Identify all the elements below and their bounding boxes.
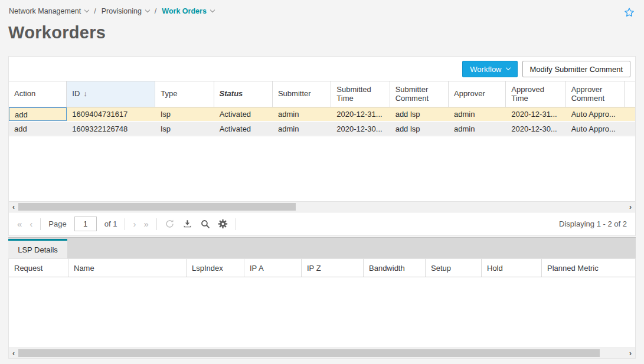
scroll-left-icon[interactable]: ‹: [9, 348, 18, 358]
column-header-request[interactable]: Request: [9, 259, 68, 277]
breadcrumb-separator: /: [94, 7, 96, 15]
workorders-page: { "breadcrumb": { "separator": "/", "ite…: [0, 0, 644, 364]
cell-submitted-time[interactable]: 2020-12-31...: [331, 107, 390, 121]
toolbar-separator: [125, 218, 125, 230]
cell-filler: [625, 122, 635, 136]
settings-gear-icon[interactable]: [218, 219, 228, 229]
column-header-planned-metric[interactable]: Planned Metric: [542, 259, 635, 277]
page-of-label: of 1: [104, 219, 117, 228]
prev-page-icon[interactable]: ‹: [30, 219, 32, 228]
column-header-setup[interactable]: Setup: [426, 259, 482, 277]
chevron-down-icon: [84, 8, 89, 12]
column-header-filler: [625, 81, 635, 107]
workorders-horizontal-scrollbar[interactable]: ‹ ›: [9, 201, 635, 212]
column-header-ip-a[interactable]: IP A: [244, 259, 302, 277]
page-label: Page: [48, 219, 66, 228]
cell-approver-comment[interactable]: Auto Appro...: [566, 122, 625, 136]
toolbar-separator: [236, 218, 236, 230]
cell-approver[interactable]: admin: [449, 122, 506, 136]
cell-status[interactable]: Activated: [214, 107, 273, 121]
cell-action[interactable]: add: [9, 107, 67, 121]
column-header-submitter-comment[interactable]: Submitter Comment: [390, 81, 449, 107]
refresh-icon[interactable]: [165, 219, 175, 229]
chevron-down-icon: [505, 65, 510, 70]
breadcrumb-separator: /: [155, 7, 156, 15]
workorders-table-header: Action ID ↓ Type Status Submitter Submit…: [9, 81, 635, 107]
cell-approver-comment[interactable]: Auto Appro...: [566, 107, 625, 121]
breadcrumb-provisioning[interactable]: Provisioning: [102, 7, 149, 15]
lsp-details-empty-area: [9, 277, 635, 347]
workflow-button[interactable]: Workflow: [462, 61, 517, 77]
table-row[interactable]: add 1609322126748 lsp Activated admin 20…: [9, 122, 635, 137]
cell-approved-time[interactable]: 2020-12-31...: [506, 107, 565, 121]
toolbar-separator: [40, 218, 41, 230]
column-header-status[interactable]: Status: [214, 81, 273, 107]
cell-type[interactable]: lsp: [155, 107, 214, 121]
toolbar-separator: [156, 218, 157, 230]
chevron-down-icon: [210, 8, 215, 12]
page-title: Workorders: [8, 23, 106, 42]
column-header-name[interactable]: Name: [68, 259, 187, 277]
displaying-status: Displaying 1 - 2 of 2: [559, 219, 627, 228]
search-icon[interactable]: [200, 219, 210, 229]
export-download-icon[interactable]: [182, 219, 192, 229]
column-header-hold[interactable]: Hold: [482, 259, 542, 277]
column-header-approver[interactable]: Approver: [449, 81, 506, 107]
tab-lsp-details[interactable]: LSP Details: [8, 239, 67, 258]
cell-id[interactable]: 1609404731617: [67, 107, 155, 121]
cell-approver[interactable]: admin: [449, 107, 506, 121]
table-empty-area: [9, 137, 635, 201]
modify-submitter-comment-button[interactable]: Modify Submitter Comment: [522, 61, 631, 77]
column-header-bandwidth[interactable]: Bandwidth: [364, 259, 426, 277]
scroll-right-icon[interactable]: ›: [626, 202, 635, 212]
column-header-ip-z[interactable]: IP Z: [302, 259, 364, 277]
first-page-icon[interactable]: «: [17, 219, 22, 228]
cell-approved-time[interactable]: 2020-12-30...: [506, 122, 565, 136]
column-header-lspindex[interactable]: LspIndex: [187, 259, 244, 277]
column-header-submitter[interactable]: Submitter: [273, 81, 331, 107]
chevron-down-icon: [145, 8, 150, 12]
column-header-id[interactable]: ID ↓: [67, 81, 155, 107]
action-toolbar: Workflow Modify Submitter Comment: [9, 57, 635, 81]
cell-submitter-comment[interactable]: add lsp: [390, 122, 449, 136]
breadcrumb-label: Provisioning: [102, 7, 142, 15]
cell-submitted-time[interactable]: 2020-12-30...: [331, 122, 390, 136]
column-header-action[interactable]: Action: [9, 81, 67, 107]
scrollbar-thumb[interactable]: [18, 349, 600, 357]
column-header-submitted-time[interactable]: Submitted Time: [331, 81, 390, 107]
lsp-details-table-header: Request Name LspIndex IP A IP Z Bandwidt…: [9, 259, 635, 277]
cell-submitter[interactable]: admin: [273, 122, 331, 136]
pagination-toolbar: « ‹ Page of 1 › »: [9, 212, 635, 235]
cell-action[interactable]: add: [9, 122, 67, 136]
lsp-details-horizontal-scrollbar[interactable]: ‹ ›: [9, 347, 635, 358]
cell-status[interactable]: Activated: [214, 122, 273, 136]
cell-filler: [625, 107, 635, 121]
table-row[interactable]: add 1609404731617 lsp Activated admin 20…: [9, 107, 635, 122]
lsp-details-panel: Request Name LspIndex IP A IP Z Bandwidt…: [8, 258, 636, 359]
scrollbar-thumb[interactable]: [18, 203, 296, 211]
sort-descending-icon: ↓: [83, 90, 87, 99]
column-header-label: ID: [72, 90, 80, 99]
page-number-input[interactable]: [74, 217, 97, 231]
cell-submitter[interactable]: admin: [273, 107, 331, 121]
breadcrumb-work-orders[interactable]: Work Orders: [162, 7, 214, 15]
breadcrumb-network-management[interactable]: Network Management: [9, 7, 89, 15]
scroll-left-icon[interactable]: ‹: [9, 202, 18, 212]
last-page-icon[interactable]: »: [143, 219, 148, 228]
workorders-panel: Workflow Modify Submitter Comment Action…: [8, 56, 636, 236]
next-page-icon[interactable]: ›: [133, 219, 136, 228]
scroll-right-icon[interactable]: ›: [626, 348, 635, 358]
cell-type[interactable]: lsp: [155, 122, 214, 136]
breadcrumb-label: Network Management: [9, 7, 81, 15]
column-header-type[interactable]: Type: [155, 81, 214, 107]
cell-id[interactable]: 1609322126748: [67, 122, 155, 136]
workflow-button-label: Workflow: [470, 65, 501, 74]
details-tabstrip: LSP Details: [8, 237, 636, 258]
breadcrumb-label: Work Orders: [162, 7, 207, 15]
favorite-star-icon[interactable]: [623, 6, 635, 18]
cell-submitter-comment[interactable]: add lsp: [390, 107, 449, 121]
breadcrumb: Network Management / Provisioning / Work…: [9, 7, 214, 15]
column-header-approver-comment[interactable]: Approver Comment: [566, 81, 625, 107]
column-header-approved-time[interactable]: Approved Time: [506, 81, 565, 107]
